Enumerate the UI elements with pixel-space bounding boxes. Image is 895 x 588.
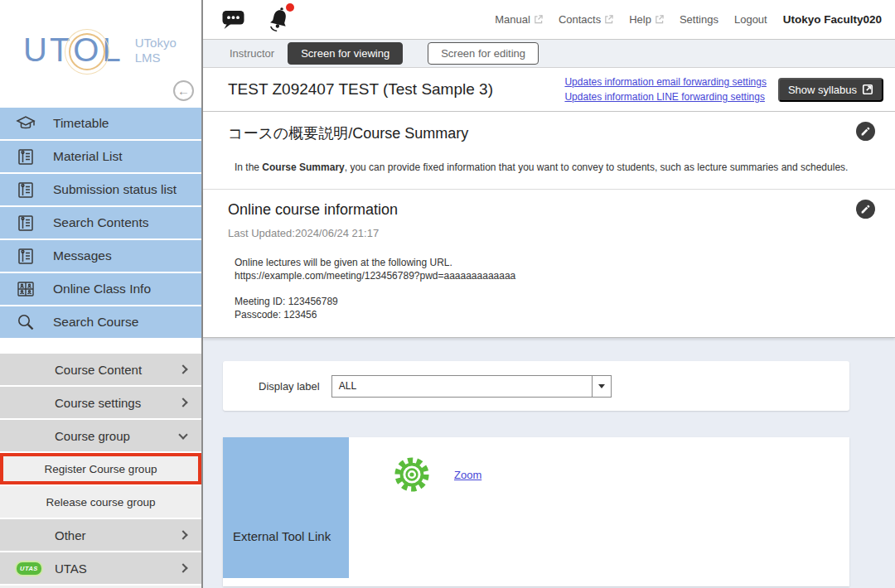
sidebar-item-release-course-group[interactable]: Release course group: [0, 486, 201, 518]
sidebar-item-submission-status[interactable]: Submission status list: [0, 174, 201, 205]
external-tool-category-box: External Tool Link: [223, 437, 349, 578]
top-bar: Manual Contacts Help Settings Logout Uto…: [203, 0, 895, 40]
course-summary-heading: コースの概要説明/Course Summary: [228, 123, 870, 143]
main-area: Manual Contacts Help Settings Logout Uto…: [203, 0, 895, 588]
sidebar-item-timetable[interactable]: Timetable: [0, 108, 201, 139]
sidebar-item-label: Submission status list: [53, 182, 177, 197]
sidebar-item-search-course[interactable]: Search Course: [0, 306, 201, 338]
show-syllabus-button[interactable]: Show syllabus: [778, 78, 883, 102]
external-link-icon: [534, 15, 543, 24]
logo-o-ring: O: [72, 31, 102, 69]
display-label-text: Display label: [259, 380, 320, 393]
zoom-tool-link[interactable]: Zoom: [454, 469, 481, 481]
settings-link[interactable]: Settings: [680, 13, 718, 26]
sub-item-label: Release course group: [46, 496, 155, 508]
video-grid-icon: [13, 279, 38, 299]
edit-course-summary-button[interactable]: [856, 122, 875, 141]
sidebar-item-label: Timetable: [53, 116, 109, 131]
line-forwarding-settings-link[interactable]: Updates information LINE forwarding sett…: [564, 90, 766, 104]
external-tool-row: External Tool Link Zoom: [223, 437, 849, 586]
screen-for-editing-button[interactable]: Screen for editing: [428, 42, 539, 65]
gear-icon: [393, 455, 431, 494]
sidebar-group-utas[interactable]: UTAS UTAS: [0, 552, 201, 584]
select-dropdown-button[interactable]: [592, 376, 611, 397]
role-label: Instructor: [230, 47, 274, 60]
sidebar-gap: [0, 340, 201, 354]
group-label: Other: [55, 528, 86, 542]
messages-chat-icon[interactable]: [221, 8, 246, 31]
chevron-down-icon: [178, 430, 187, 439]
contacts-link[interactable]: Contacts: [559, 13, 613, 26]
course-summary-section: コースの概要説明/Course Summary In the Course Su…: [203, 112, 895, 190]
content-lower-area: Display label ALL External Tool Link: [203, 338, 895, 588]
sidebar-item-label: Messages: [53, 248, 112, 263]
sidebar-item-label: Material List: [53, 149, 123, 164]
chevron-right-icon: [178, 563, 187, 572]
meeting-id: Meeting ID: 123456789: [235, 295, 870, 308]
sidebar-item-messages[interactable]: Messages: [0, 240, 201, 272]
group-label: Course group: [55, 429, 130, 443]
document-list-icon: [13, 213, 38, 233]
user-name: Utokyo Faculty020: [783, 13, 882, 26]
utol-logo: UTOL: [23, 31, 123, 69]
document-list-icon: [13, 246, 38, 266]
caret-down-icon: [598, 384, 605, 388]
online-course-info-heading: Online course information: [228, 201, 870, 219]
course-summary-body: In the Course Summary, you can provide f…: [235, 161, 870, 174]
email-forwarding-settings-link[interactable]: Updates information email forwarding set…: [564, 75, 766, 89]
display-label-select[interactable]: ALL: [331, 375, 612, 398]
chevron-right-icon: [178, 364, 187, 374]
sidebar-item-label: Search Contents: [53, 215, 148, 230]
passcode: Passcode: 123456: [235, 308, 870, 321]
pencil-icon: [860, 204, 871, 214]
sidebar-item-online-class-info[interactable]: Online Class Info: [0, 273, 201, 305]
document-list-icon: [13, 180, 38, 200]
notification-bell-icon[interactable]: [266, 6, 293, 34]
group-label: UTAS: [55, 561, 87, 576]
sidebar-item-label: Online Class Info: [53, 282, 151, 296]
logout-link[interactable]: Logout: [734, 13, 767, 26]
course-header: TEST Z092407 TEST (Test Sample 3) Update…: [203, 68, 895, 112]
search-icon: [13, 312, 38, 332]
mode-bar: Instructor Screen for viewing Screen for…: [203, 40, 895, 68]
last-updated-text: Last Updated:2024/06/24 21:17: [228, 227, 870, 239]
select-value: ALL: [332, 380, 592, 392]
arrow-left-icon: ←: [177, 84, 190, 98]
online-course-info-section: Online course information Last Updated:2…: [203, 190, 895, 338]
sidebar-nav: Timetable Material List Submission statu…: [0, 108, 201, 340]
edit-online-course-info-button[interactable]: [856, 200, 875, 219]
utas-logo-icon: UTAS: [17, 562, 41, 575]
sidebar: UTOL UTokyo LMS ← Timetable Material Lis…: [0, 0, 203, 588]
sidebar-item-material-list[interactable]: Material List: [0, 141, 201, 172]
sidebar-group-course-group[interactable]: Course group: [0, 420, 201, 451]
logo-area: UTOL UTokyo LMS ←: [0, 0, 201, 108]
external-link-icon: [604, 15, 613, 24]
notification-dot: [286, 3, 294, 12]
document-list-icon: [13, 147, 38, 166]
pencil-icon: [860, 126, 871, 137]
external-tool-category-label: External Tool Link: [233, 529, 331, 543]
course-title: TEST Z092407 TEST (Test Sample 3): [228, 80, 493, 99]
sidebar-item-register-course-group[interactable]: Register Course group: [0, 453, 201, 484]
chevron-right-icon: [178, 398, 187, 407]
manual-link[interactable]: Manual: [495, 13, 543, 26]
sidebar-group-course-settings[interactable]: Course settings: [0, 387, 201, 418]
online-course-info-body: Online lectures will be given at the fol…: [235, 256, 870, 321]
sidebar-item-label: Search Course: [53, 315, 138, 330]
sidebar-item-search-contents[interactable]: Search Contents: [0, 207, 201, 239]
sidebar-group-course-content[interactable]: Course Content: [0, 354, 201, 385]
logo-subtitle: UTokyo LMS: [135, 36, 177, 65]
group-label: Course settings: [55, 396, 141, 410]
external-link-icon: [862, 84, 873, 95]
help-link[interactable]: Help: [629, 13, 664, 26]
chevron-right-icon: [178, 530, 187, 539]
screen-for-viewing-button[interactable]: Screen for viewing: [288, 42, 403, 65]
external-link-icon: [655, 15, 664, 24]
sub-item-label: Register Course group: [45, 463, 157, 475]
sidebar-group-other[interactable]: Other: [0, 519, 201, 551]
display-label-card: Display label ALL: [223, 361, 849, 411]
online-lecture-note: Online lectures will be given at the fol…: [235, 256, 870, 269]
sidebar-collapse-button[interactable]: ←: [173, 80, 194, 101]
meeting-url: https://example.com/meeting/123456789?pw…: [235, 269, 870, 282]
group-label: Course Content: [55, 363, 142, 377]
